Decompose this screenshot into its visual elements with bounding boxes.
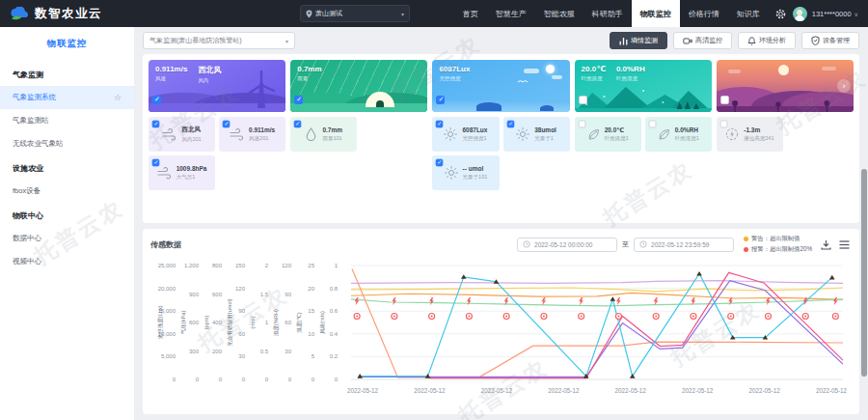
toolbar-button[interactable]: 设备管理	[801, 32, 859, 49]
reading-label: 风向	[198, 77, 221, 84]
sidebar-item[interactable]: 数据中心	[0, 227, 134, 250]
chevron-down-icon: ▾	[401, 11, 404, 17]
warning-bolt-icon	[467, 297, 472, 305]
sensor-label: 风速201	[249, 135, 275, 142]
chart-header: 传感数据 2022-05-12 00:00:00 至 2022-05-12 23…	[150, 235, 852, 254]
sidebar-item[interactable]: 气象监测站	[0, 109, 134, 132]
topnav-item[interactable]: 价格行情	[680, 0, 728, 27]
checkbox[interactable]	[436, 159, 444, 167]
checkbox[interactable]	[506, 121, 514, 128]
svg-text:1,200: 1,200	[184, 263, 200, 268]
topnav-item[interactable]: 智能农服	[535, 0, 583, 27]
sensor-label: 液位高度241	[744, 135, 773, 142]
sidebar-item[interactable]: 气象监测系统☆	[0, 86, 134, 109]
sensor-label: 光量子101	[463, 174, 488, 181]
checkbox[interactable]	[294, 121, 302, 128]
svg-text:0.2: 0.2	[330, 353, 339, 359]
sun-icon	[445, 166, 458, 180]
location-pin-icon	[306, 10, 312, 18]
checkbox[interactable]	[294, 96, 303, 104]
checkbox[interactable]	[719, 121, 727, 128]
topnav-item[interactable]: 知识库	[728, 0, 769, 27]
checkbox[interactable]	[436, 96, 445, 104]
svg-text:300: 300	[189, 349, 200, 354]
warning-bolt-icon	[616, 297, 621, 305]
date-from-value: 2022-05-12 00:00:00	[534, 241, 592, 248]
svg-text:10: 10	[308, 331, 314, 337]
date-to-input[interactable]: 2022-05-12 23:59:59	[634, 238, 734, 252]
leaf-icon	[587, 128, 600, 141]
sensor-label: 光照强度1	[462, 135, 487, 142]
user-chevron-down-icon[interactable]: ∨	[854, 11, 858, 17]
toolbar-button-label: 墒情监测	[631, 36, 658, 45]
sensor-label: 叶面湿度1	[675, 135, 699, 142]
legend-item: 报警：超出限制值20%	[744, 245, 812, 254]
sensor-tile: 0.0%RH叶面湿度1	[645, 117, 712, 152]
sensor-value: -- umol	[463, 165, 488, 172]
checkbox[interactable]	[152, 121, 160, 128]
toolbar-button[interactable]: 墒情监测	[610, 32, 667, 49]
svg-text:2022-05-12: 2022-05-12	[816, 387, 848, 394]
toolbar-button[interactable]: 高清监控	[673, 32, 732, 49]
monitor-icon	[619, 37, 628, 45]
checkbox[interactable]	[152, 96, 161, 104]
settings-gear-icon[interactable]	[775, 9, 786, 19]
svg-text:0: 0	[265, 377, 269, 382]
sensor-chart: 05,00010,00015,00020,00025,000光照强度(Lux)0…	[150, 258, 859, 412]
device-select[interactable]: 气象监测(萧山基地防治预警站) ▾	[143, 32, 295, 49]
checkbox[interactable]	[720, 96, 729, 104]
topnav-item[interactable]: 首页	[454, 0, 487, 27]
topnav-item[interactable]: 科研助手	[583, 0, 632, 27]
topnav-item[interactable]: 物联监控	[632, 0, 680, 27]
avatar[interactable]	[793, 7, 807, 21]
list-menu-icon[interactable]	[839, 240, 850, 249]
topnav-item[interactable]: 智慧生产	[487, 0, 535, 27]
user-phone[interactable]: 131****0000	[812, 10, 852, 18]
svg-text:1: 1	[265, 320, 269, 325]
sensor-tile: 0.911m/s风速201	[219, 117, 285, 152]
sensor-tile: 38umol光量子1	[503, 117, 570, 152]
svg-text:(mm): (mm)	[250, 316, 256, 328]
star-icon[interactable]: ☆	[114, 94, 122, 102]
sensor-label: 雨量101	[322, 135, 342, 142]
legend-label: 警告：超出限制值	[751, 235, 800, 243]
sidebar-title: 物联监控	[0, 27, 134, 62]
range-separator: 至	[622, 239, 629, 249]
warning-bolt-icon	[833, 297, 838, 305]
checkbox[interactable]	[223, 121, 231, 128]
checkbox[interactable]	[436, 121, 444, 128]
chart-title: 传感数据	[150, 239, 181, 250]
sidebar-item[interactable]: 无线农业气象站	[0, 132, 134, 155]
svg-text:2022-05-12: 2022-05-12	[481, 387, 513, 394]
svg-text:120: 120	[235, 286, 246, 292]
checkbox[interactable]	[648, 121, 656, 128]
svg-text:5,000: 5,000	[161, 353, 176, 359]
sidebar-item-label: 视频中心	[13, 257, 41, 266]
svg-text:20: 20	[308, 286, 314, 292]
svg-text:600: 600	[189, 320, 200, 325]
location-select[interactable]: 萧山测试 ▾	[300, 5, 410, 22]
sidebar-item[interactable]: 视频中心	[0, 250, 134, 273]
sensor-tile: -- umol光量子101	[432, 155, 499, 190]
scrollbar[interactable]	[861, 169, 867, 377]
reading-label: 风速	[155, 75, 187, 82]
sun-illustration	[546, 65, 555, 73]
checkbox[interactable]	[152, 159, 160, 167]
carousel-next-icon[interactable]: ›	[837, 79, 851, 93]
sidebar-item-label: 数据中心	[13, 234, 41, 243]
violet-line	[351, 281, 843, 284]
sidebar-item[interactable]: fbox设备	[0, 180, 134, 203]
download-icon[interactable]	[821, 239, 831, 250]
checkbox[interactable]	[579, 96, 587, 104]
sensor-tile: 20.0℃叶面温度1	[575, 117, 641, 152]
toolbar: 气象监测(萧山基地防治预警站) ▾ 墒情监测高清监控环境分析设备管理	[143, 32, 859, 49]
checkbox[interactable]	[578, 121, 585, 128]
toolbar-button[interactable]: 环境分析	[738, 32, 796, 49]
camera-icon	[683, 37, 692, 45]
sensor-panel: 0.911m/s风速西北风风向0.7mm雨量6087Lux光照强度20.0℃叶面…	[143, 54, 859, 223]
sensor-tile: 0.7mm雨量101	[290, 117, 357, 152]
svg-text:湿度(%RH): 湿度(%RH)	[273, 309, 280, 336]
chart-legend: 警告：超出限制值报警：超出限制值20%	[744, 235, 812, 254]
card-reading: 0.911m/s风速	[155, 65, 187, 84]
date-from-input[interactable]: 2022-05-12 00:00:00	[517, 238, 617, 252]
